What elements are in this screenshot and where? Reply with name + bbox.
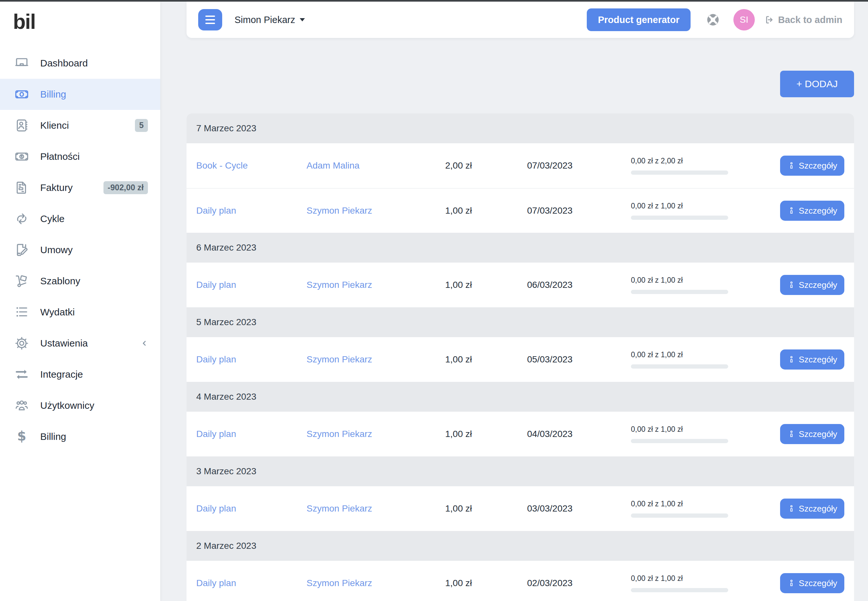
date-group-label: 6 Marzec 2023: [196, 243, 256, 253]
sidebar-item-cykle[interactable]: Cykle: [0, 203, 160, 234]
avatar[interactable]: SI: [734, 9, 755, 31]
product-link[interactable]: Daily plan: [196, 578, 236, 588]
back-to-admin-link[interactable]: Back to admin: [764, 15, 842, 25]
sidebar-item-integracje[interactable]: Integracje: [0, 359, 160, 390]
help-lifebuoy-icon[interactable]: [706, 12, 720, 27]
sidebar-item-label: Użytkownicy: [40, 400, 95, 411]
date-cell: 02/03/2023: [527, 578, 631, 588]
contact-book-icon: [14, 117, 30, 134]
amount-cell: 1,00 zł: [443, 429, 527, 439]
chevron-left-icon[interactable]: [140, 339, 148, 348]
amount-cell: 1,00 zł: [443, 354, 527, 365]
progress-cell: 0,00 zł z 2,00 zł: [631, 157, 728, 175]
amount-cell: 1,00 zł: [443, 503, 527, 514]
table-row: Daily plan Szymon Piekarz 1,00 zł 07/03/…: [186, 188, 854, 233]
date-group-header: 6 Marzec 2023: [186, 233, 854, 262]
info-icon: [787, 281, 796, 289]
sidebar-item-ustawienia[interactable]: Ustawienia: [0, 328, 160, 359]
details-button[interactable]: Szczegóły: [780, 424, 845, 444]
product-link[interactable]: Book - Cycle: [196, 160, 248, 171]
client-link[interactable]: Szymon Piekarz: [307, 578, 372, 588]
progress-bar: [631, 290, 728, 294]
invoice-icon: [14, 180, 30, 196]
back-to-admin-label: Back to admin: [778, 15, 842, 25]
product-link[interactable]: Daily plan: [196, 206, 236, 215]
top-dark-strip: [0, 0, 868, 2]
sidebar-item-platnosci[interactable]: Płatności: [0, 141, 160, 172]
caret-down-icon: [300, 18, 305, 21]
date-cell: 04/03/2023: [527, 429, 631, 439]
details-button[interactable]: Szczegóły: [780, 349, 845, 369]
sidebar-item-label: Dashboard: [40, 58, 88, 69]
details-button-label: Szczegóły: [799, 280, 837, 290]
date-group-header: 2 Marzec 2023: [186, 531, 854, 561]
details-button[interactable]: Szczegóły: [780, 573, 845, 593]
client-link[interactable]: Szymon Piekarz: [307, 206, 372, 215]
progress-cell: 0,00 zł z 1,00 zł: [631, 351, 728, 369]
date-group: 3 Marzec 2023 Daily plan Szymon Piekarz …: [186, 456, 854, 531]
progress-label: 0,00 zł z 1,00 zł: [631, 425, 728, 434]
date-group-header: 3 Marzec 2023: [186, 456, 854, 486]
date-group-label: 5 Marzec 2023: [196, 317, 256, 327]
progress-label: 0,00 zł z 1,00 zł: [631, 500, 728, 508]
date-group: 2 Marzec 2023 Daily plan Szymon Piekarz …: [186, 531, 854, 601]
sidebar-item-szablony[interactable]: Szablony: [0, 265, 160, 297]
product-link[interactable]: Daily plan: [196, 354, 236, 365]
details-button-label: Szczegóły: [799, 355, 837, 365]
hamburger-menu-button[interactable]: [198, 9, 222, 31]
date-cell: 06/03/2023: [527, 280, 631, 290]
details-button-label: Szczegóły: [799, 578, 837, 588]
sidebar-item-umowy[interactable]: Umowy: [0, 234, 160, 265]
user-name: Simon Piekarz: [234, 15, 295, 25]
count-badge: 5: [135, 119, 148, 132]
table-row: Book - Cycle Adam Malina 2,00 zł 07/03/2…: [186, 143, 854, 188]
sidebar-nav: Dashboard Billing Klienci 5 Płatności: [0, 48, 160, 452]
user-menu[interactable]: Simon Piekarz: [234, 15, 305, 25]
progress-cell: 0,00 zł z 1,00 zł: [631, 425, 728, 443]
gear-icon: [14, 335, 30, 351]
sidebar-item-label: Klienci: [40, 120, 69, 131]
progress-bar: [631, 439, 728, 443]
progress-bar: [631, 588, 728, 592]
details-button-label: Szczegóły: [799, 504, 837, 514]
repeat-icon: [14, 211, 30, 227]
sidebar-item-billing[interactable]: Billing: [0, 79, 160, 110]
date-group: 5 Marzec 2023 Daily plan Szymon Piekarz …: [186, 307, 854, 382]
sidebar-item-uzytkownicy[interactable]: Użytkownicy: [0, 390, 160, 421]
client-link[interactable]: Szymon Piekarz: [307, 354, 372, 365]
sidebar-item-label: Faktury: [40, 182, 73, 193]
info-icon: [787, 355, 796, 364]
client-link[interactable]: Szymon Piekarz: [307, 280, 372, 290]
transfer-arrows-icon: [14, 366, 30, 383]
sidebar-item-billing-2[interactable]: $ Billing: [0, 421, 160, 452]
sidebar-item-label: Integracje: [40, 369, 83, 380]
details-button-label: Szczegóły: [799, 429, 837, 439]
sidebar-item-klienci[interactable]: Klienci 5: [0, 110, 160, 141]
sidebar-item-label: Wydatki: [40, 307, 75, 318]
info-icon: [787, 162, 796, 170]
date-cell: 05/03/2023: [527, 354, 631, 365]
progress-bar: [631, 215, 728, 220]
details-button[interactable]: Szczegóły: [780, 499, 845, 519]
amount-cell: 1,00 zł: [443, 578, 527, 588]
product-link[interactable]: Daily plan: [196, 429, 236, 439]
product-link[interactable]: Daily plan: [196, 280, 236, 290]
client-link[interactable]: Szymon Piekarz: [307, 503, 372, 514]
progress-cell: 0,00 zł z 1,00 zł: [631, 276, 728, 294]
client-link[interactable]: Szymon Piekarz: [307, 429, 372, 439]
list-icon: [14, 304, 30, 320]
product-link[interactable]: Daily plan: [196, 503, 236, 514]
sidebar-item-dashboard[interactable]: Dashboard: [0, 48, 160, 79]
sidebar-item-wydatki[interactable]: Wydatki: [0, 297, 160, 328]
sidebar-item-faktury[interactable]: Faktury -902,00 zł: [0, 172, 160, 203]
client-link[interactable]: Adam Malina: [307, 160, 359, 171]
details-button[interactable]: Szczegóły: [780, 156, 845, 176]
details-button[interactable]: Szczegóły: [780, 201, 845, 221]
add-button[interactable]: + DODAJ: [780, 71, 854, 97]
info-icon: [787, 206, 796, 215]
details-button[interactable]: Szczegóły: [780, 275, 845, 295]
sidebar-item-label: Ustawienia: [40, 338, 88, 349]
table-row: Daily plan Szymon Piekarz 1,00 zł 06/03/…: [186, 262, 854, 307]
laptop-icon: [14, 55, 30, 71]
product-generator-button[interactable]: Product generator: [587, 8, 690, 31]
